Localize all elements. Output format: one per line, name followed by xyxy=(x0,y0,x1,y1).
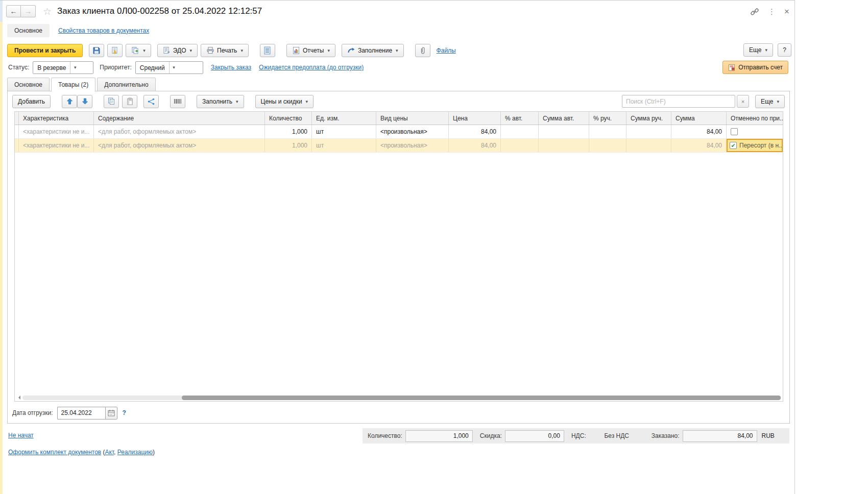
act-link[interactable]: Акт xyxy=(105,449,114,456)
attachments-button[interactable] xyxy=(415,44,430,57)
fill-arrow-icon xyxy=(347,47,355,54)
create-based-on-button[interactable]: ▾ xyxy=(126,44,151,57)
column-header-pct-auto[interactable]: % авт. xyxy=(501,112,539,125)
status-select[interactable]: В резерве ▾ xyxy=(33,61,93,74)
barcode-scan-button[interactable] xyxy=(170,95,185,108)
realization-link[interactable]: Реализацию xyxy=(117,449,153,456)
cell-content[interactable]: <для работ, оформляемых актом> xyxy=(94,125,265,138)
files-link[interactable]: Файлы xyxy=(437,47,456,54)
table-row[interactable]: <характеристики не и... <для работ, офор… xyxy=(15,125,783,139)
cell-price[interactable]: 84,00 xyxy=(449,125,501,138)
command-bar: Провести и закрыть ▾ ЭДО ▾ Печать ▾ Отче… xyxy=(7,43,456,57)
search-input[interactable] xyxy=(622,95,735,108)
post-and-close-label: Провести и закрыть xyxy=(14,47,76,54)
search-clear-button[interactable]: × xyxy=(737,95,749,108)
tab-goods[interactable]: Товары (2) xyxy=(51,78,95,92)
copy-row-button[interactable] xyxy=(104,95,119,108)
post-document-button[interactable] xyxy=(107,44,123,57)
prices-discounts-button[interactable]: Цены и скидки ▾ xyxy=(255,95,314,108)
cell-quantity[interactable]: 1,000 xyxy=(265,139,312,152)
move-up-button[interactable] xyxy=(62,95,77,108)
cell-cancelled-active[interactable]: ✔ Пересорт (в н... xyxy=(727,139,783,152)
cell-pct-auto[interactable] xyxy=(501,125,539,138)
table-more-button[interactable]: Еще ▾ xyxy=(755,95,785,108)
save-button[interactable] xyxy=(89,44,104,57)
column-header-content[interactable]: Содержание xyxy=(94,112,265,125)
total-vat-label: НДС: xyxy=(571,432,586,439)
scroll-left-icon[interactable] xyxy=(16,396,20,400)
invoice-list-button[interactable] xyxy=(260,44,275,57)
nav-main-section[interactable]: Основное xyxy=(7,24,50,37)
shipment-date-help-link[interactable]: ? xyxy=(123,409,126,416)
column-header-price-kind[interactable]: Вид цены xyxy=(376,112,449,125)
share-branch-icon xyxy=(148,98,155,105)
nav-product-props-link[interactable]: Свойства товаров в документах xyxy=(58,27,149,34)
copy-link-icon[interactable] xyxy=(750,7,759,16)
command-more-button[interactable]: Еще ▾ xyxy=(743,43,773,57)
column-header-quantity[interactable]: Количество xyxy=(265,112,312,125)
workflow-state-link[interactable]: Не начат xyxy=(8,432,34,439)
cell-price-kind[interactable]: <произвольная> xyxy=(376,139,449,152)
print-button[interactable]: Печать ▾ xyxy=(201,44,249,57)
cancelled-checkbox-checked[interactable]: ✔ xyxy=(730,142,737,149)
cell-quantity[interactable]: 1,000 xyxy=(265,125,312,138)
column-header-sum-auto[interactable]: Сумма авт. xyxy=(539,112,589,125)
move-down-button[interactable] xyxy=(77,95,92,108)
section-nav: Основное Свойства товаров в документах xyxy=(7,23,149,37)
caret-down-icon[interactable]: ▾ xyxy=(70,62,80,73)
favorite-star-icon[interactable]: ☆ xyxy=(43,6,52,17)
linked-items-button[interactable] xyxy=(143,95,159,108)
close-order-link[interactable]: Закрыть заказ xyxy=(211,64,251,71)
column-header-characteristic[interactable]: Характеристика xyxy=(19,112,94,125)
shipment-date-input[interactable] xyxy=(57,407,105,419)
cell-sum-auto[interactable] xyxy=(539,125,589,138)
cancelled-checkbox-unchecked[interactable] xyxy=(731,128,738,135)
add-row-button[interactable]: Добавить xyxy=(12,95,51,108)
cell-sum-auto[interactable] xyxy=(539,139,589,152)
cell-content[interactable]: <для работ, оформляемых актом> xyxy=(94,139,265,152)
paste-row-button[interactable] xyxy=(122,95,137,108)
arrow-down-icon xyxy=(82,98,88,105)
cell-sum-manual[interactable] xyxy=(626,125,671,138)
column-header-pct-manual[interactable]: % руч. xyxy=(589,112,626,125)
cell-characteristic[interactable]: <характеристики не и... xyxy=(19,139,94,152)
priority-select[interactable]: Средний ▾ xyxy=(135,61,203,74)
more-menu-icon[interactable]: ⋮ xyxy=(768,7,776,16)
cell-price[interactable]: 84,00 xyxy=(449,139,501,152)
column-header-unit[interactable]: Ед. изм. xyxy=(312,112,376,125)
scrollbar-thumb[interactable] xyxy=(182,396,781,400)
cell-sum[interactable]: 84,00 xyxy=(671,139,727,152)
cell-pct-manual[interactable] xyxy=(589,125,626,138)
prepayment-link[interactable]: Ожидается предоплата (до отгрузки) xyxy=(259,64,364,71)
column-header-sum[interactable]: Сумма xyxy=(671,112,727,125)
forward-button[interactable]: → xyxy=(21,5,36,17)
close-icon[interactable]: × xyxy=(784,7,789,17)
post-and-close-button[interactable]: Провести и закрыть xyxy=(7,44,83,57)
send-invoice-button[interactable]: Отправить счет xyxy=(722,61,788,74)
back-button[interactable]: ← xyxy=(6,5,21,17)
cell-characteristic[interactable]: <характеристики не и... xyxy=(19,125,94,138)
table-row-selected[interactable]: <характеристики не и... <для работ, офор… xyxy=(15,139,783,153)
cell-price-kind[interactable]: <произвольная> xyxy=(376,125,449,138)
help-button[interactable]: ? xyxy=(778,43,791,57)
cell-sum-manual[interactable] xyxy=(626,139,671,152)
cell-cancelled[interactable] xyxy=(727,125,783,138)
reports-button[interactable]: Отчеты ▾ xyxy=(286,44,335,57)
fill-table-button[interactable]: Заполнить ▾ xyxy=(197,95,244,108)
column-header-cancelled[interactable]: Отменено по при... xyxy=(727,112,783,125)
column-header-price[interactable]: Цена xyxy=(449,112,501,125)
fill-button[interactable]: Заполнение ▾ xyxy=(342,44,404,57)
column-header-sum-manual[interactable]: Сумма руч. xyxy=(626,112,671,125)
calendar-button[interactable] xyxy=(105,407,117,419)
cell-unit[interactable]: шт xyxy=(312,139,376,152)
caret-down-icon[interactable]: ▾ xyxy=(169,62,179,73)
tab-additional[interactable]: Дополнительно xyxy=(97,78,155,91)
scrollbar-track[interactable] xyxy=(22,396,781,400)
edo-button[interactable]: ЭДО ▾ xyxy=(157,44,198,57)
cell-pct-manual[interactable] xyxy=(589,139,626,152)
cell-pct-auto[interactable] xyxy=(501,139,539,152)
make-documents-link[interactable]: Оформить комплект документов xyxy=(8,449,101,456)
tab-main[interactable]: Основное xyxy=(7,78,50,91)
cell-unit[interactable]: шт xyxy=(312,125,376,138)
cell-sum[interactable]: 84,00 xyxy=(671,125,727,138)
